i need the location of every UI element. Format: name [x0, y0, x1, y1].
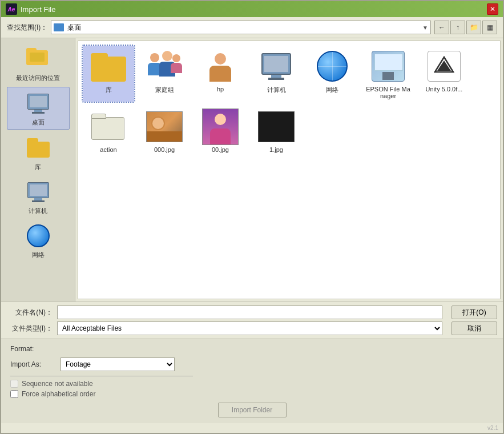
version-text: v2.1 [485, 424, 501, 432]
hp-icon [202, 48, 239, 85]
divider [10, 376, 193, 376]
file-label-000jpg: 000.jpg [154, 146, 175, 153]
sidebar-item-library-label: 库 [35, 163, 41, 171]
open-button[interactable]: 打开(O) [451, 306, 497, 319]
sidebar-item-desktop[interactable]: 桌面 [7, 87, 70, 130]
file-label-network: 网络 [326, 86, 338, 94]
action-buttons: 打开(O) [451, 306, 497, 319]
lower-section: Format: Import As: Footage Sequence not … [1, 339, 503, 423]
file-item-000jpg[interactable]: 000.jpg [139, 106, 190, 155]
folder-library-icon [90, 48, 127, 85]
import-file-dialog: Ae Import File ✕ 查找范围(I)： 桌面 ▼ ← ↑ 📁 ▦ [0, 0, 504, 434]
computer-icon [258, 48, 295, 85]
file-label-unity: Unity 5.0.0f... [426, 86, 463, 93]
filetype-select[interactable]: All Acceptable Files [57, 322, 442, 335]
app-icon: Ae [6, 3, 17, 15]
filename-row: 文件名(N)： 打开(O) [7, 306, 497, 319]
dropdown-arrow-icon: ▼ [422, 25, 428, 31]
file-label-jiating: 家庭组 [155, 86, 174, 94]
file-label-action: action [100, 146, 116, 153]
file-label-00jpg: 00.jpg [212, 146, 229, 153]
sidebar: 最近访问的位置 桌面 [1, 38, 75, 302]
recent-icon [25, 45, 52, 73]
epson-icon [370, 48, 406, 85]
filetype-label: 文件类型(I)： [7, 324, 53, 333]
import-folder-button[interactable]: Import Folder [218, 403, 287, 417]
library-sidebar-icon [25, 134, 52, 162]
network-sidebar-icon [25, 222, 52, 250]
file-label-hp: hp [217, 86, 224, 93]
window-title: Import File [21, 5, 55, 14]
file-item-action[interactable]: action [83, 106, 134, 155]
people-icon [146, 48, 183, 85]
image-00-icon [202, 108, 239, 145]
import-as-label: Import As: [10, 360, 56, 368]
close-button[interactable]: ✕ [487, 3, 498, 15]
sequence-row: Sequence not available [10, 380, 494, 388]
unity-icon [426, 48, 462, 85]
format-row: Format: [10, 345, 494, 353]
main-content: 最近访问的位置 桌面 [1, 38, 503, 302]
sidebar-item-computer-label: 计算机 [29, 207, 47, 215]
filetype-row: 文件类型(I)： All Acceptable Files 取消 [7, 322, 497, 335]
file-item-hp[interactable]: hp [195, 46, 246, 102]
sidebar-item-computer[interactable]: 计算机 [7, 176, 70, 218]
format-label: Format: [10, 345, 34, 353]
force-alpha-row: Force alphabetical order [10, 390, 494, 398]
filename-input[interactable] [57, 306, 442, 319]
sidebar-item-recent[interactable]: 最近访问的位置 [7, 43, 70, 85]
desktop-icon [54, 23, 64, 31]
globe-icon [314, 48, 350, 85]
image-1-icon [258, 108, 295, 145]
file-item-epson[interactable]: EPSON File Manager [362, 46, 414, 102]
version-row: v2.1 [1, 423, 503, 433]
cancel-button[interactable]: 取消 [451, 322, 497, 335]
sidebar-item-desktop-label: 桌面 [32, 118, 45, 127]
nav-back-button[interactable]: ← [434, 21, 449, 34]
import-as-select[interactable]: Footage [61, 357, 175, 371]
file-label-epson: EPSON File Manager [365, 86, 412, 99]
sequence-checkbox[interactable] [10, 380, 18, 388]
force-alpha-label: Force alphabetical order [22, 390, 95, 398]
sequence-label: Sequence not available [22, 380, 93, 388]
toolbar: 查找范围(I)： 桌面 ▼ ← ↑ 📁 ▦ [1, 17, 503, 38]
import-as-row: Import As: Footage [10, 357, 494, 371]
file-item-computer[interactable]: 计算机 [251, 46, 302, 102]
file-item-jiating[interactable]: 家庭组 [139, 46, 190, 102]
computer-sidebar-icon [25, 178, 52, 206]
file-item-ku[interactable]: 库 [83, 46, 134, 102]
bottom-bar: 文件名(N)： 打开(O) 文件类型(I)： All Acceptable Fi… [1, 302, 503, 339]
location-text: 桌面 [67, 23, 419, 33]
force-alpha-checkbox[interactable] [10, 390, 18, 398]
image-000-icon [146, 108, 183, 145]
action-folder-icon [90, 108, 127, 145]
cancel-btn-wrap: 取消 [451, 322, 497, 335]
nav-buttons: ← ↑ 📁 ▦ [434, 21, 497, 34]
file-area[interactable]: 库 [78, 41, 501, 299]
sidebar-item-library[interactable]: 库 [7, 132, 70, 174]
sidebar-item-network-label: 网络 [32, 251, 45, 259]
location-dropdown[interactable]: 桌面 ▼ [51, 21, 431, 34]
nav-view-button[interactable]: ▦ [482, 21, 497, 34]
file-item-1jpg[interactable]: 1.jpg [251, 106, 302, 155]
filename-label: 文件名(N)： [7, 308, 53, 318]
file-label-1jpg: 1.jpg [269, 146, 283, 153]
sidebar-item-recent-label: 最近访问的位置 [16, 74, 60, 82]
file-item-network[interactable]: 网络 [307, 46, 358, 102]
nav-up-button[interactable]: ↑ [450, 21, 465, 34]
import-folder-row: Import Folder [10, 403, 494, 417]
lookup-label: 查找范围(I)： [7, 23, 47, 33]
desktop-sidebar-icon [25, 90, 52, 117]
file-label-ku: 库 [106, 86, 112, 94]
title-bar: Ae Import File ✕ [1, 1, 503, 17]
nav-recent-button[interactable]: 📁 [466, 21, 481, 34]
file-label-computer: 计算机 [267, 86, 286, 94]
file-item-00jpg[interactable]: 00.jpg [195, 106, 246, 155]
sidebar-item-network[interactable]: 网络 [7, 220, 70, 262]
file-item-unity[interactable]: Unity 5.0.0f... [418, 46, 470, 102]
